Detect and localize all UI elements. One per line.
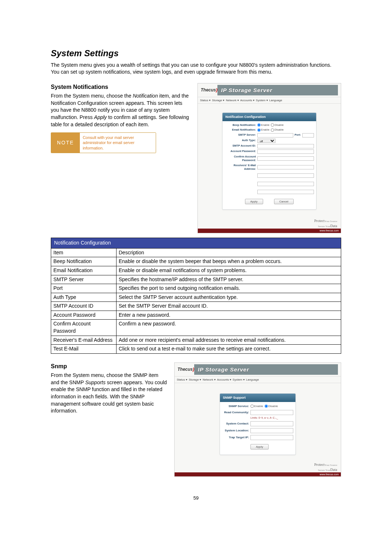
apply-button[interactable]: Apply — [250, 444, 269, 450]
nav-network[interactable]: Network ▾ — [226, 98, 239, 102]
recv-label: Receivers' E-Mail Address: — [225, 164, 257, 171]
notifications-paragraph: From the System menu, choose the Notific… — [51, 93, 190, 128]
email-disable-radio[interactable]: Disable — [271, 128, 283, 132]
brand-logo: Thecus) — [201, 87, 217, 93]
notification-form-card: Notification Configuration Beep Notifica… — [222, 112, 317, 210]
confpwd-input[interactable] — [257, 156, 314, 161]
section-heading: System Settings — [51, 47, 341, 59]
auth-select[interactable]: off — [257, 139, 275, 143]
nav-language[interactable]: Language — [246, 378, 259, 382]
nav-storage[interactable]: Storage ▾ — [212, 98, 224, 102]
nav-accounts[interactable]: Accounts ▾ — [217, 378, 231, 382]
snmp-text-block: Snmp From the System menu, choose the SN… — [51, 362, 167, 415]
recv-input-2[interactable] — [257, 173, 314, 178]
table-title: Notification Configuration — [51, 238, 341, 249]
nav-status[interactable]: Status ▾ — [200, 98, 211, 102]
acct-label: SMTP Account ID: — [225, 144, 257, 148]
beep-label: Beep Notification: — [225, 123, 257, 127]
trap-label: Trap Target IP: — [222, 435, 250, 439]
community-input[interactable] — [250, 410, 293, 415]
trap-input[interactable] — [250, 435, 293, 440]
recv-input-1[interactable] — [257, 165, 314, 169]
note-box: NOTE Consult with your mail server admin… — [51, 132, 156, 153]
contact-label: System Contact: — [222, 422, 250, 426]
nav-accounts[interactable]: Accounts ▾ — [240, 98, 254, 102]
nav-bar: Status ▾ Storage ▾ Network ▾ Accounts ▾ … — [198, 97, 341, 104]
page-number: 59 — [51, 495, 341, 501]
banner-title: IP Storage Server — [217, 85, 338, 95]
table-row: Specifies the port to send outgoing noti… — [117, 284, 341, 293]
screenshot-footbar: www.thecus.com — [175, 472, 341, 477]
table-col1-header: Item — [51, 248, 117, 257]
table-row: SMTP Server — [51, 275, 117, 284]
table-row: Enable or disable email notifications of… — [117, 266, 341, 275]
screenshot-footbar: www.thecus.com — [198, 229, 341, 233]
service-enable-radio[interactable]: Enable — [250, 404, 263, 408]
banner-title: IP Storage Server — [194, 364, 338, 375]
table-row: Click to send out a test e-mail to make … — [117, 345, 341, 354]
screenshot-footer: ProtectYour Source Secure YourData — [175, 460, 341, 472]
table-row: Confirm Account Password — [51, 320, 117, 336]
contact-input[interactable] — [250, 421, 293, 426]
beep-disable-radio[interactable]: Disable — [271, 123, 283, 127]
table-row: Add one or more recipient's email addres… — [117, 336, 341, 345]
snmp-screenshot-panel: Thecus) IP Storage Server Status ▾ Stora… — [174, 362, 341, 477]
pwd-input[interactable] — [257, 149, 314, 154]
table-row: SMTP Account ID — [51, 302, 117, 311]
pwd-label: Account Password: — [225, 149, 257, 153]
smtp-input[interactable] — [257, 133, 293, 138]
port-input[interactable] — [302, 133, 314, 138]
apply-button[interactable]: Apply — [245, 199, 263, 204]
table-row: Confirm a new password. — [117, 320, 341, 336]
notification-screenshot-panel: Thecus) IP Storage Server Status ▾ Stora… — [197, 83, 341, 233]
beep-enable-radio[interactable]: Enable — [257, 123, 269, 127]
table-row: Specifies the hostname/IP address of the… — [117, 275, 341, 284]
location-input[interactable] — [250, 428, 293, 433]
intro-paragraph: The System menu gives you a wealth of se… — [51, 62, 341, 76]
service-disable-radio[interactable]: Disable — [265, 404, 278, 408]
table-row: Enable or disable the system beeper that… — [117, 257, 341, 266]
email-label: Email Notification: — [225, 128, 257, 132]
nav-status[interactable]: Status ▾ — [177, 378, 187, 382]
table-row: Select the SMTP Server account authentic… — [117, 293, 341, 302]
nav-system[interactable]: System ▾ — [233, 378, 245, 382]
table-row: Auth Type — [51, 293, 117, 302]
screenshot-footer: ProtectYour Source Secure YourData — [198, 216, 341, 229]
brand-logo: Thecus) — [177, 366, 194, 373]
nav-system[interactable]: System ▾ — [256, 98, 268, 102]
table-row: Account Password — [51, 311, 117, 320]
nav-language[interactable]: Language — [269, 98, 282, 102]
nav-storage[interactable]: Storage ▾ — [189, 378, 201, 382]
table-row: Email Notification — [51, 266, 117, 275]
notifications-title: System Notifications — [51, 83, 190, 91]
table-row: Test E-Mail — [51, 345, 117, 354]
recv-input-4[interactable] — [257, 190, 314, 194]
table-row: Receiver's E-mail Address — [51, 336, 117, 345]
table-col2-header: Description — [117, 248, 341, 257]
form-title: Notification Configuration — [222, 113, 316, 121]
table-row: Set the SMTP Server Email account ID. — [117, 302, 341, 311]
recv-input-3[interactable] — [257, 182, 314, 186]
note-text: Consult with your mail server administra… — [80, 133, 156, 153]
nav-network[interactable]: Network ▾ — [203, 378, 216, 382]
notifications-text-block: System Notifications From the System men… — [51, 83, 190, 153]
community-hint: Limits: 0~9, a~z, A~Z,-,_ — [250, 416, 293, 420]
form-title: SNMP Support — [220, 394, 295, 402]
acct-input[interactable] — [257, 144, 314, 148]
snmp-form-card: SNMP Support SNMP Service: Enable Disabl… — [220, 393, 296, 455]
nav-bar: Status ▾ Storage ▾ Network ▾ Accounts ▾ … — [175, 377, 341, 383]
table-row: Enter a new password. — [117, 311, 341, 320]
snmp-paragraph: From the System menu, choose the SNMP it… — [51, 372, 167, 415]
email-enable-radio[interactable]: Enable — [257, 128, 269, 132]
auth-label: Auth Type: — [225, 139, 257, 143]
snmp-title: Snmp — [51, 362, 167, 370]
smtp-label: SMTP Server: — [225, 133, 257, 137]
port-label: Port: — [295, 133, 301, 137]
notification-config-table: Notification Configuration Item Descript… — [51, 238, 341, 354]
cancel-button[interactable]: Cancel — [274, 199, 294, 204]
location-label: System Location: — [222, 428, 250, 432]
community-label: Read Community: — [222, 410, 250, 414]
table-row: Port — [51, 284, 117, 293]
service-label: SNMP Service: — [222, 404, 250, 408]
confpwd-label: Confirm Account Password: — [225, 155, 257, 163]
